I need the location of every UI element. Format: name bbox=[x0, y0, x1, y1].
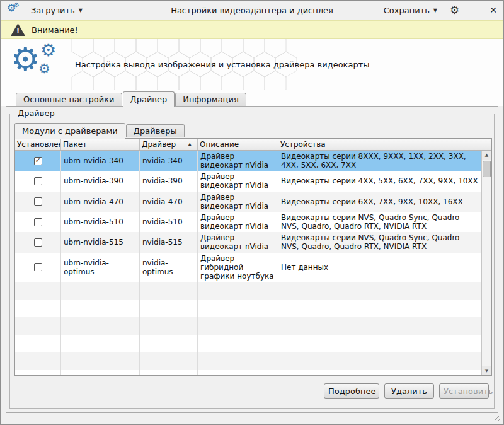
app-logo-gears-large-icon: ⚙ ⚙ ⚙ bbox=[11, 43, 69, 87]
description-cell: Драйвер видеокарт nVidia bbox=[198, 232, 278, 252]
app-logo-gears-icon: ⚙ ⚙ bbox=[7, 4, 21, 16]
titlebar: ⚙ ⚙ Загрузить ▼ Настройки видеоадаптера … bbox=[1, 1, 503, 20]
table-row-nvidia-470[interactable]: ✓ ubm-nvidia-470 nvidia-470 Драйвер виде… bbox=[15, 192, 481, 212]
installed-checkbox[interactable]: ✓ bbox=[34, 238, 42, 247]
column-header-package[interactable]: Пакет bbox=[61, 139, 140, 150]
save-dropdown-button[interactable]: Сохранить ▼ bbox=[380, 4, 441, 17]
package-cell: ubm-nvidia-optimus bbox=[61, 253, 140, 282]
installed-cell: ✓ bbox=[15, 232, 61, 252]
installed-cell: ✓ bbox=[15, 253, 61, 282]
minimize-button[interactable]: — bbox=[469, 6, 478, 15]
empty-row bbox=[15, 352, 481, 370]
description-cell: Драйвер видеокарт nVidia bbox=[198, 212, 278, 232]
table-row-nvidia-510[interactable]: ✓ ubm-nvidia-510 nvidia-510 Драйвер виде… bbox=[15, 212, 481, 232]
warning-banner: ! Внимание! bbox=[1, 20, 503, 39]
subtab-drivers[interactable]: Драйверы bbox=[126, 124, 185, 137]
installed-checkbox[interactable]: ✓ bbox=[34, 157, 42, 165]
installed-cell: ✓ bbox=[15, 171, 61, 191]
warning-text: Внимание! bbox=[32, 25, 78, 35]
driver-cell: nvidia-340 bbox=[140, 151, 198, 171]
column-header-devices[interactable]: Устройства bbox=[278, 139, 491, 150]
gear-icon: ⚙ bbox=[14, 2, 20, 8]
installed-cell: ✓ bbox=[15, 151, 61, 171]
empty-row bbox=[15, 282, 481, 300]
window-title: Настройки видеоадаптера и дисплея bbox=[171, 6, 333, 15]
installed-checkbox[interactable]: ✓ bbox=[34, 218, 42, 226]
main-tab-bar: Основные настройки Драйвер Информация bbox=[16, 91, 247, 107]
table-row-nvidia-optimus[interactable]: ✓ ubm-nvidia-optimus nvidia-optimus Драй… bbox=[15, 253, 481, 282]
devices-cell: Видеокарты серии 4XX, 5XX, 6XX, 7XX, 9XX… bbox=[278, 171, 481, 191]
description-cell: Драйвер видеокарт nVidia bbox=[198, 192, 278, 212]
scroll-up-icon: ▲ bbox=[485, 153, 488, 158]
devices-cell: Видеокарты серии NVS, Quadro Sync, Quadr… bbox=[278, 232, 481, 252]
description-cell: Драйвер гибридной графики ноутбука bbox=[198, 253, 278, 282]
warning-exclamation: ! bbox=[16, 26, 20, 36]
package-cell: ubm-nvidia-510 bbox=[61, 212, 140, 232]
table-body: ✓ ubm-nvidia-340 nvidia-340 Драйвер виде… bbox=[15, 151, 481, 375]
settings-gear-icon[interactable]: ⚙ bbox=[450, 5, 459, 16]
tab-driver[interactable]: Драйвер bbox=[123, 91, 175, 107]
installed-cell: ✓ bbox=[15, 212, 61, 232]
remove-button[interactable]: Удалить bbox=[384, 383, 434, 399]
devices-cell: Видеокарты серии 8XXX, 9XXX, 1XX, 2XX, 3… bbox=[278, 151, 481, 171]
description-cell: Драйвер видеокарт nVidia bbox=[198, 151, 278, 171]
scroll-down-icon: ▼ bbox=[485, 368, 488, 373]
column-label: Драйвер bbox=[142, 140, 176, 149]
close-button[interactable]: ✕ bbox=[490, 6, 497, 15]
app-window: ⚙ ⚙ Загрузить ▼ Настройки видеоадаптера … bbox=[0, 0, 504, 425]
column-header-installed[interactable]: Установлен bbox=[15, 139, 61, 150]
package-cell: ubm-nvidia-515 bbox=[61, 232, 140, 252]
action-button-row: Подробнее Удалить Установить bbox=[324, 383, 489, 399]
load-label: Загрузить bbox=[31, 6, 75, 15]
driver-cell: nvidia-390 bbox=[140, 171, 198, 191]
devices-cell: Видеокарты серии 6XX, 7XX, 9XX, 10XX, 16… bbox=[278, 192, 481, 212]
chevron-down-icon: ▼ bbox=[433, 8, 437, 13]
package-cell: ubm-nvidia-340 bbox=[61, 151, 140, 171]
warning-triangle-icon: ! bbox=[11, 23, 25, 36]
scroll-up-button[interactable]: ▲ bbox=[482, 151, 491, 160]
package-cell: ubm-nvidia-470 bbox=[61, 192, 140, 212]
driver-cell: nvidia-510 bbox=[140, 212, 198, 232]
driver-subtab-bar: Модули с драйверами Драйверы bbox=[14, 123, 185, 139]
details-button[interactable]: Подробнее bbox=[324, 383, 379, 399]
groupbox-title: Драйвер bbox=[15, 108, 57, 118]
empty-row bbox=[15, 300, 481, 317]
vertical-scrollbar[interactable]: ▲ ▼ bbox=[481, 151, 491, 375]
table-row-nvidia-390[interactable]: ✓ ubm-nvidia-390 nvidia-390 Драйвер виде… bbox=[15, 171, 481, 191]
devices-cell: Видеокарты серии NVS, Quadro Sync, Quadr… bbox=[278, 212, 481, 232]
column-header-description[interactable]: Описание bbox=[198, 139, 278, 150]
checkmark-icon: ✓ bbox=[35, 157, 40, 164]
tab-information[interactable]: Информация bbox=[175, 93, 246, 106]
driver-cell: nvidia-515 bbox=[140, 232, 198, 252]
gear-icon: ⚙ bbox=[38, 62, 50, 76]
table-header-row: Установлен Пакет Драйвер ▲ Описание Устр… bbox=[15, 139, 491, 151]
package-cell: ubm-nvidia-390 bbox=[61, 171, 140, 191]
driver-cell: nvidia-optimus bbox=[140, 253, 198, 282]
resize-grip[interactable] bbox=[492, 413, 500, 421]
table-row-nvidia-340[interactable]: ✓ ubm-nvidia-340 nvidia-340 Драйвер виде… bbox=[15, 151, 481, 171]
installed-checkbox[interactable]: ✓ bbox=[34, 177, 42, 185]
empty-row bbox=[15, 370, 481, 375]
install-button[interactable]: Установить bbox=[439, 383, 489, 399]
save-label: Сохранить bbox=[384, 6, 430, 15]
tab-main-settings[interactable]: Основные настройки bbox=[16, 93, 122, 106]
installed-cell: ✓ bbox=[15, 192, 61, 212]
installed-checkbox[interactable]: ✓ bbox=[34, 197, 42, 206]
devices-cell: Нет данных bbox=[278, 253, 481, 282]
subtab-driver-modules[interactable]: Модули с драйверами bbox=[14, 123, 125, 139]
header-subtitle: Настройка вывода изображения и установка… bbox=[75, 60, 370, 69]
driver-cell: nvidia-470 bbox=[140, 192, 198, 212]
driver-modules-table: Установлен Пакет Драйвер ▲ Описание Устр… bbox=[14, 138, 492, 376]
installed-checkbox[interactable]: ✓ bbox=[34, 263, 42, 271]
sort-ascending-icon: ▲ bbox=[185, 142, 195, 147]
table-row-nvidia-515[interactable]: ✓ ubm-nvidia-515 nvidia-515 Драйвер виде… bbox=[15, 232, 481, 252]
empty-row bbox=[15, 335, 481, 352]
load-dropdown-button[interactable]: Загрузить ▼ bbox=[27, 4, 86, 17]
column-header-driver[interactable]: Драйвер ▲ bbox=[140, 139, 198, 150]
gear-icon: ⚙ bbox=[40, 42, 56, 59]
scrollbar-thumb[interactable] bbox=[483, 161, 491, 177]
chevron-down-icon: ▼ bbox=[79, 8, 83, 13]
scroll-down-button[interactable]: ▼ bbox=[482, 366, 491, 375]
description-cell: Драйвер видеокарт nVidia bbox=[198, 171, 278, 191]
empty-row bbox=[15, 317, 481, 335]
